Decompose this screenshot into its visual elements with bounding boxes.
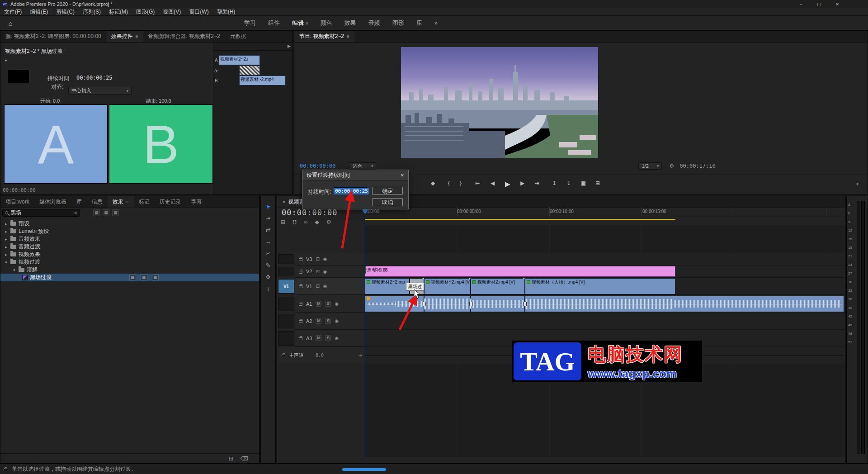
tab-libraries[interactable]: 库 — [71, 196, 87, 208]
clip-video-1[interactable]: 视频素材2~2.mp — [365, 278, 410, 294]
lock-icon[interactable] — [299, 258, 302, 261]
workspace-menu-icon[interactable]: ≡ — [306, 21, 308, 26]
track-content-v2[interactable]: 调整图层 — [365, 265, 845, 278]
menu-item-window[interactable]: 窗口(W) — [185, 8, 212, 16]
add-marker-icon[interactable]: ◆ — [431, 180, 435, 186]
tab-program-monitor[interactable]: 节目: 视频素材2~2≡ — [294, 31, 354, 42]
patch-a3[interactable] — [278, 331, 294, 346]
menu-item-view[interactable]: 视图(V) — [159, 8, 185, 16]
tab-project[interactable]: 项目:work — [0, 196, 34, 208]
tree-item-presets[interactable]: ▸预设 — [0, 220, 259, 228]
chevron-down-icon[interactable]: ▾ — [4, 260, 8, 265]
sync-lock-icon[interactable]: ⊡ — [316, 256, 319, 261]
pen-tool-icon[interactable]: ✎ — [261, 260, 275, 271]
patch-v2[interactable] — [278, 267, 294, 276]
resolution-dropdown[interactable]: 1/2▾ — [638, 162, 662, 170]
track-header-v2[interactable]: V2 ⊡ ◉ — [295, 265, 365, 278]
chevron-down-icon[interactable]: ▾ — [12, 268, 16, 272]
workspace-tab-audio[interactable]: 音频 — [368, 19, 380, 27]
menu-item-graphics[interactable]: 图形(G) — [132, 8, 159, 16]
filter-accelerated-icon[interactable]: ▦ — [93, 209, 100, 216]
export-frame-icon[interactable]: ▣ — [581, 180, 586, 186]
duration-input[interactable]: 00:00:00:25 — [334, 187, 368, 195]
workspace-tab-assembly[interactable]: 组件 — [268, 19, 280, 27]
tree-item-lumetri-presets[interactable]: ▸Lumetri 预设 — [0, 228, 259, 235]
menu-item-help[interactable]: 帮助(H) — [213, 8, 240, 16]
add-marker-icon[interactable]: ◆ — [315, 219, 319, 225]
track-header-a3[interactable]: A3 M S ◉ — [295, 330, 365, 347]
ripple-edit-tool-icon[interactable]: ⇄ — [261, 224, 275, 236]
track-output-eye-icon[interactable]: ◉ — [323, 284, 327, 289]
settings-wrench-icon[interactable]: ⚙ — [669, 163, 674, 169]
mute-button[interactable]: M — [316, 335, 321, 341]
chevron-right-icon[interactable]: ▸ — [4, 237, 8, 242]
tree-item-dip-to-black[interactable]: 黑场过渡 ▦ ▦ ▦ — [0, 274, 259, 281]
workspace-tab-libraries[interactable]: 库 — [416, 19, 422, 27]
tree-item-video-transitions[interactable]: ▾视频过渡 — [0, 258, 259, 266]
chevron-right-icon[interactable]: ▸ — [4, 245, 8, 249]
minimize-button[interactable]: – — [792, 0, 810, 8]
menu-item-edit[interactable]: 编辑(E) — [26, 8, 52, 16]
master-level-value[interactable]: 0.0 — [316, 353, 324, 358]
chevron-right-icon[interactable]: ▸ — [4, 252, 8, 257]
track-header-v3[interactable]: V3 ⊡ ◉ — [295, 253, 365, 265]
lock-icon[interactable] — [299, 320, 302, 323]
voiceover-mic-icon[interactable]: ◉ — [335, 301, 339, 306]
patch-v1[interactable]: V1 — [278, 279, 294, 294]
lock-icon[interactable] — [299, 271, 302, 274]
button-editor-plus-icon[interactable]: ＋ — [855, 180, 860, 188]
chevron-right-icon[interactable]: ▸ — [4, 222, 8, 226]
timeline-settings-wrench-icon[interactable]: ⚙ — [326, 219, 331, 225]
program-timecode[interactable]: 00:00:00:00 — [300, 163, 335, 169]
nest-toggle-icon[interactable]: ⊟ — [281, 219, 285, 225]
maximize-button[interactable]: ▢ — [810, 0, 828, 8]
close-icon[interactable]: ✕ — [282, 200, 286, 204]
alignment-dropdown[interactable]: 中心切入 ▾ — [68, 87, 132, 95]
play-icon[interactable]: ▶ — [505, 180, 510, 188]
effect-disclosure-icon[interactable]: ▸ — [5, 58, 7, 62]
track-header-a1[interactable]: A1 M S ◉ — [295, 295, 365, 313]
patch-v3[interactable] — [278, 254, 294, 264]
duration-value[interactable]: 00:00:00:25 — [76, 75, 112, 81]
workspace-tab-editing[interactable]: 编辑≡ — [292, 19, 308, 27]
tree-item-audio-transitions[interactable]: ▸音频过渡 — [0, 243, 259, 251]
trash-icon[interactable]: ⌫ — [241, 455, 248, 462]
extract-icon[interactable]: ↧ — [566, 180, 571, 186]
rolling-edit-tool-icon[interactable]: ↔ — [261, 236, 275, 248]
mini-transition-block[interactable] — [239, 66, 260, 75]
go-to-out-icon[interactable]: ⇥ — [535, 180, 539, 186]
tab-audio-clip-mixer[interactable]: 音频剪辑混合器: 视频素材2~2 — [143, 31, 225, 42]
clip-video-3[interactable]: 视频素材2.mp4 [V] — [471, 278, 525, 294]
workspace-tab-color[interactable]: 颜色 — [321, 19, 332, 27]
tab-info[interactable]: 信息 — [87, 196, 108, 208]
voiceover-mic-icon[interactable]: ◉ — [335, 318, 339, 323]
clear-search-icon[interactable]: ✕ — [74, 211, 77, 215]
mini-clip-b[interactable]: 视频素材~2.mp4 — [239, 76, 286, 85]
mini-timeline-play-icon[interactable]: ▶ — [288, 44, 291, 48]
panel-menu-icon[interactable]: ≡ — [126, 199, 129, 204]
solo-button[interactable]: S — [325, 301, 331, 307]
track-header-master[interactable]: 主声道 0.0 ⇥ — [278, 347, 365, 364]
track-content-a2[interactable] — [365, 313, 845, 330]
track-content-v3[interactable] — [365, 253, 845, 265]
tree-item-dissolve[interactable]: ▾溶解 — [0, 266, 259, 274]
type-tool-icon[interactable]: T — [261, 283, 275, 295]
close-button[interactable]: ✕ — [828, 0, 846, 8]
workspace-overflow-icon[interactable]: » — [434, 19, 438, 26]
dialog-title-bar[interactable]: 设置过渡持续时间 ✕ — [302, 170, 408, 181]
linked-selection-icon[interactable]: ∞ — [304, 219, 308, 225]
dialog-close-icon[interactable]: ✕ — [401, 173, 404, 178]
timeline-timecode[interactable]: 00:00:00:00 — [282, 208, 338, 217]
menu-item-file[interactable]: 文件(F) — [0, 8, 26, 16]
track-content-a1[interactable] — [365, 295, 845, 313]
lock-icon[interactable] — [299, 285, 302, 288]
timeline-h-scrollbar[interactable] — [342, 468, 386, 471]
tree-item-audio-effects[interactable]: ▸音频效果 — [0, 235, 259, 243]
panel-menu-icon[interactable]: ≡ — [347, 34, 349, 39]
tab-media-browser[interactable]: 媒体浏览器 — [34, 196, 71, 208]
workspace-tab-graphics[interactable]: 图形 — [392, 19, 404, 27]
tab-effects[interactable]: 效果≡ — [108, 196, 134, 208]
ok-button[interactable]: 确定 — [372, 187, 403, 195]
timeline-ruler[interactable]: :00:00 00:00:05:00 00:00:10:00 00:00:15:… — [365, 207, 845, 217]
clip-video-2[interactable]: 视频素材~2.mp4 [V] — [424, 278, 471, 294]
